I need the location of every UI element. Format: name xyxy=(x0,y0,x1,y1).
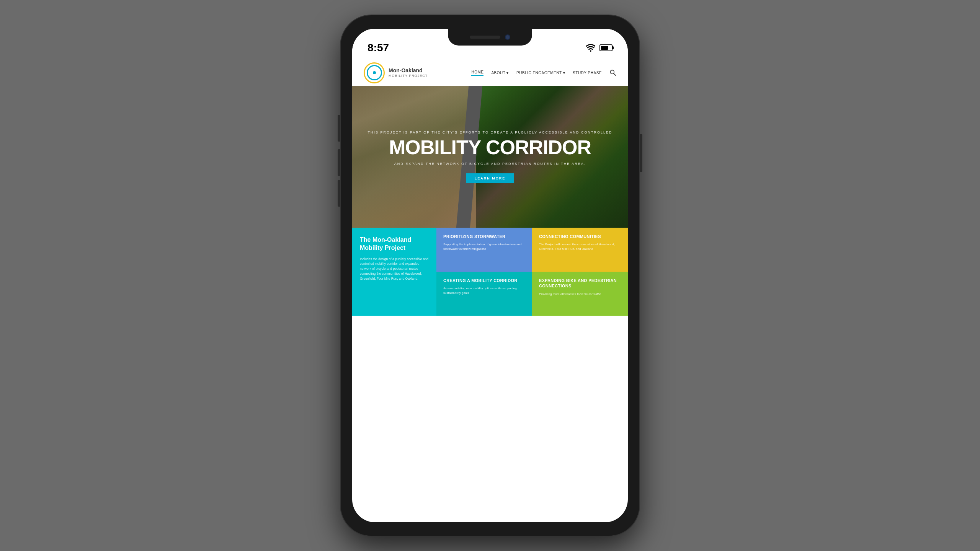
status-icons xyxy=(586,44,612,52)
nav-link-public-engagement[interactable]: PUBLIC ENGAGEMENT ▾ xyxy=(516,71,565,75)
card-mobility-text: Accommodating new mobility options while… xyxy=(443,286,525,295)
nav-links: HOME ABOUT ▾ PUBLIC ENGAGEMENT ▾ STUDY P… xyxy=(471,69,616,76)
hero-description: AND EXPAND THE NETWORK OF BICYCLE AND PE… xyxy=(368,162,612,166)
card-communities-text: The Project will connect the communities… xyxy=(539,242,621,251)
logo-circle xyxy=(364,62,385,83)
logo-name: Mon-Oakland xyxy=(389,67,428,74)
hero-subtitle: THIS PROJECT IS PART OF THE CITY'S EFFOR… xyxy=(368,130,612,134)
notch xyxy=(448,29,532,46)
card-bike-text: Providing more alternatives to vehicular… xyxy=(539,292,621,297)
status-time: 8:57 xyxy=(368,42,389,54)
hero: THIS PROJECT IS PART OF THE CITY'S EFFOR… xyxy=(352,86,628,228)
hero-title: MOBILITY CORRIDOR xyxy=(368,137,612,157)
search-icon[interactable] xyxy=(609,69,616,76)
wifi-icon xyxy=(586,44,596,52)
nav: Mon-Oakland MOBILITY PROJECT HOME ABOUT … xyxy=(352,59,628,86)
hero-content: THIS PROJECT IS PART OF THE CITY'S EFFOR… xyxy=(352,130,627,183)
phone-screen: 8:57 xyxy=(352,29,628,522)
notch-camera xyxy=(505,34,510,40)
card-bike-title: EXPANDING BIKE AND PEDESTRIAN CONNECTION… xyxy=(539,278,621,289)
card-mobility: CREATING A MOBILITY CORRIDOR Accommodati… xyxy=(436,272,532,316)
phone-shell: 8:57 xyxy=(341,15,639,536)
card-stormwater-title: PRIORITIZING STORMWATER xyxy=(443,234,525,239)
cards-section: The Mon-Oakland Mobility Project Include… xyxy=(352,228,628,316)
card-communities: CONNECTING COMMUNITIES The Project will … xyxy=(532,228,628,272)
card-stormwater: PRIORITIZING STORMWATER Supporting the i… xyxy=(436,228,532,272)
card-main: The Mon-Oakland Mobility Project Include… xyxy=(352,228,436,316)
logo-dot xyxy=(373,71,376,74)
card-mobility-title: CREATING A MOBILITY CORRIDOR xyxy=(443,278,525,283)
card-main-title: The Mon-Oakland Mobility Project xyxy=(360,236,429,252)
card-main-text: Includes the design of a publicly access… xyxy=(360,257,429,281)
nav-link-study-phase[interactable]: STUDY PHASE xyxy=(573,71,602,75)
svg-line-1 xyxy=(614,73,616,75)
learn-more-button[interactable]: LEARN MORE xyxy=(466,173,514,183)
battery-fill xyxy=(601,46,608,50)
logo-text: Mon-Oakland MOBILITY PROJECT xyxy=(389,67,428,78)
nav-link-about[interactable]: ABOUT ▾ xyxy=(491,71,509,75)
cards-right: PRIORITIZING STORMWATER Supporting the i… xyxy=(436,228,628,316)
notch-speaker xyxy=(470,36,500,39)
card-bike: EXPANDING BIKE AND PEDESTRIAN CONNECTION… xyxy=(532,272,628,316)
logo-inner xyxy=(367,65,382,80)
card-stormwater-text: Supporting the implementation of green i… xyxy=(443,242,525,251)
battery-icon xyxy=(599,44,612,51)
logo: Mon-Oakland MOBILITY PROJECT xyxy=(364,62,428,83)
website: Mon-Oakland MOBILITY PROJECT HOME ABOUT … xyxy=(352,59,628,522)
nav-link-home[interactable]: HOME xyxy=(471,70,483,76)
card-communities-title: CONNECTING COMMUNITIES xyxy=(539,234,621,239)
status-bar: 8:57 xyxy=(352,29,628,59)
logo-subtitle: MOBILITY PROJECT xyxy=(389,74,428,78)
